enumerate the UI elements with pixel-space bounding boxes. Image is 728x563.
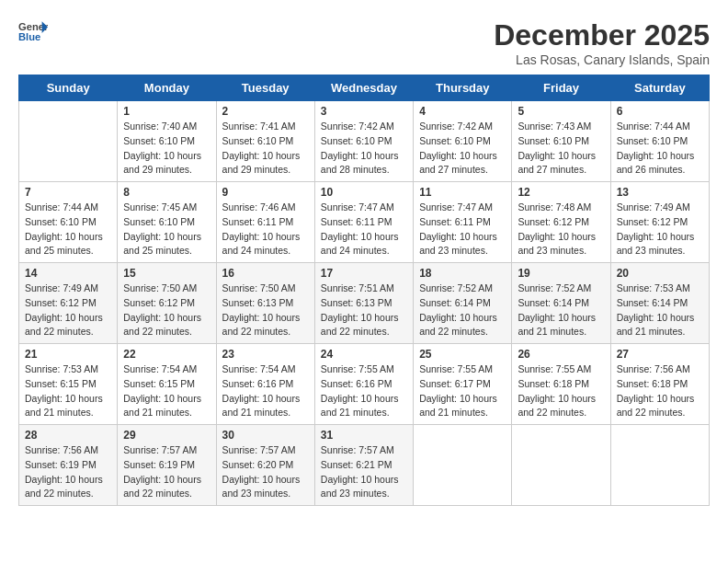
day-info: Sunrise: 7:51 AMSunset: 6:13 PMDaylight:… (321, 282, 407, 339)
day-info: Sunrise: 7:55 AMSunset: 6:17 PMDaylight:… (419, 362, 506, 420)
calendar-cell: 9Sunrise: 7:46 AMSunset: 6:11 PMDaylight… (216, 182, 314, 263)
calendar-cell: 22Sunrise: 7:54 AMSunset: 6:15 PMDayligh… (118, 344, 216, 425)
day-info: Sunrise: 7:56 AMSunset: 6:18 PMDaylight:… (617, 362, 703, 420)
day-info: Sunrise: 7:49 AMSunset: 6:12 PMDaylight:… (617, 201, 703, 259)
day-number: 2 (222, 105, 309, 118)
day-info: Sunrise: 7:52 AMSunset: 6:14 PMDaylight:… (518, 282, 604, 339)
day-number: 3 (321, 105, 407, 118)
svg-text:Blue: Blue (18, 31, 40, 42)
day-number: 23 (222, 348, 309, 361)
calendar-cell: 10Sunrise: 7:47 AMSunset: 6:11 PMDayligh… (314, 182, 413, 263)
calendar-cell: 24Sunrise: 7:55 AMSunset: 6:16 PMDayligh… (314, 344, 413, 425)
calendar-cell: 23Sunrise: 7:54 AMSunset: 6:16 PMDayligh… (216, 344, 314, 425)
calendar-cell: 13Sunrise: 7:49 AMSunset: 6:12 PMDayligh… (610, 182, 709, 263)
day-number: 19 (518, 267, 604, 280)
day-info: Sunrise: 7:54 AMSunset: 6:16 PMDaylight:… (222, 362, 309, 420)
calendar-week-row: 21Sunrise: 7:53 AMSunset: 6:15 PMDayligh… (19, 344, 710, 425)
day-number: 29 (123, 429, 210, 442)
calendar-cell (512, 425, 610, 506)
day-number: 28 (25, 429, 111, 442)
day-info: Sunrise: 7:50 AMSunset: 6:13 PMDaylight:… (222, 282, 309, 339)
title-section: December 2025 Las Rosas, Canary Islands,… (494, 18, 710, 67)
day-number: 31 (321, 429, 407, 442)
calendar-cell (414, 425, 512, 506)
calendar-cell: 5Sunrise: 7:43 AMSunset: 6:10 PMDaylight… (512, 101, 610, 182)
calendar-cell: 8Sunrise: 7:45 AMSunset: 6:10 PMDaylight… (118, 182, 216, 263)
day-number: 4 (419, 105, 506, 118)
calendar-cell: 26Sunrise: 7:55 AMSunset: 6:18 PMDayligh… (512, 344, 610, 425)
weekday-header-row: SundayMondayTuesdayWednesdayThursdayFrid… (19, 75, 710, 101)
day-info: Sunrise: 7:44 AMSunset: 6:10 PMDaylight:… (25, 201, 111, 259)
logo-icon: General Blue (18, 18, 48, 44)
day-info: Sunrise: 7:46 AMSunset: 6:11 PMDaylight:… (222, 201, 309, 259)
weekday-header: Thursday (414, 75, 512, 101)
weekday-header: Tuesday (216, 75, 314, 101)
day-number: 12 (518, 186, 604, 199)
calendar-cell: 21Sunrise: 7:53 AMSunset: 6:15 PMDayligh… (19, 344, 118, 425)
weekday-header: Wednesday (314, 75, 413, 101)
day-number: 27 (617, 348, 703, 361)
day-info: Sunrise: 7:48 AMSunset: 6:12 PMDaylight:… (518, 201, 604, 259)
day-number: 16 (222, 267, 309, 280)
weekday-header: Friday (512, 75, 610, 101)
calendar-cell: 11Sunrise: 7:47 AMSunset: 6:11 PMDayligh… (414, 182, 512, 263)
calendar-cell: 19Sunrise: 7:52 AMSunset: 6:14 PMDayligh… (512, 263, 610, 344)
day-number: 25 (419, 348, 506, 361)
day-number: 6 (617, 105, 703, 118)
calendar-cell: 7Sunrise: 7:44 AMSunset: 6:10 PMDaylight… (19, 182, 118, 263)
calendar-cell: 29Sunrise: 7:57 AMSunset: 6:19 PMDayligh… (118, 425, 216, 506)
day-number: 17 (321, 267, 407, 280)
day-info: Sunrise: 7:47 AMSunset: 6:11 PMDaylight:… (419, 201, 506, 259)
day-info: Sunrise: 7:57 AMSunset: 6:20 PMDaylight:… (222, 443, 309, 501)
calendar-week-row: 7Sunrise: 7:44 AMSunset: 6:10 PMDaylight… (19, 182, 710, 263)
day-number: 14 (25, 267, 111, 280)
calendar-cell: 28Sunrise: 7:56 AMSunset: 6:19 PMDayligh… (19, 425, 118, 506)
day-number: 7 (25, 186, 111, 199)
calendar-cell: 25Sunrise: 7:55 AMSunset: 6:17 PMDayligh… (414, 344, 512, 425)
day-info: Sunrise: 7:49 AMSunset: 6:12 PMDaylight:… (25, 282, 111, 339)
day-info: Sunrise: 7:53 AMSunset: 6:15 PMDaylight:… (25, 362, 111, 420)
day-number: 10 (321, 186, 407, 199)
calendar-cell: 12Sunrise: 7:48 AMSunset: 6:12 PMDayligh… (512, 182, 610, 263)
day-number: 21 (25, 348, 111, 361)
day-info: Sunrise: 7:43 AMSunset: 6:10 PMDaylight:… (518, 120, 604, 178)
weekday-header: Monday (118, 75, 216, 101)
weekday-header: Sunday (19, 75, 118, 101)
calendar-cell: 16Sunrise: 7:50 AMSunset: 6:13 PMDayligh… (216, 263, 314, 344)
day-number: 1 (123, 105, 210, 118)
calendar-week-row: 14Sunrise: 7:49 AMSunset: 6:12 PMDayligh… (19, 263, 710, 344)
location-subtitle: Las Rosas, Canary Islands, Spain (494, 52, 710, 67)
header: General Blue December 2025 Las Rosas, Ca… (18, 18, 710, 67)
day-number: 5 (518, 105, 604, 118)
calendar-cell: 20Sunrise: 7:53 AMSunset: 6:14 PMDayligh… (610, 263, 709, 344)
calendar-cell: 30Sunrise: 7:57 AMSunset: 6:20 PMDayligh… (216, 425, 314, 506)
day-number: 30 (222, 429, 309, 442)
day-info: Sunrise: 7:41 AMSunset: 6:10 PMDaylight:… (222, 120, 309, 178)
calendar-cell: 1Sunrise: 7:40 AMSunset: 6:10 PMDaylight… (118, 101, 216, 182)
day-info: Sunrise: 7:45 AMSunset: 6:10 PMDaylight:… (123, 201, 210, 259)
calendar-cell: 6Sunrise: 7:44 AMSunset: 6:10 PMDaylight… (610, 101, 709, 182)
day-number: 15 (123, 267, 210, 280)
day-info: Sunrise: 7:57 AMSunset: 6:21 PMDaylight:… (321, 443, 407, 501)
day-number: 11 (419, 186, 506, 199)
day-info: Sunrise: 7:55 AMSunset: 6:16 PMDaylight:… (321, 362, 407, 420)
day-info: Sunrise: 7:55 AMSunset: 6:18 PMDaylight:… (518, 362, 604, 420)
day-info: Sunrise: 7:44 AMSunset: 6:10 PMDaylight:… (617, 120, 703, 178)
day-info: Sunrise: 7:47 AMSunset: 6:11 PMDaylight:… (321, 201, 407, 259)
calendar-cell: 2Sunrise: 7:41 AMSunset: 6:10 PMDaylight… (216, 101, 314, 182)
calendar-cell (19, 101, 118, 182)
day-info: Sunrise: 7:57 AMSunset: 6:19 PMDaylight:… (123, 443, 210, 501)
day-info: Sunrise: 7:50 AMSunset: 6:12 PMDaylight:… (123, 282, 210, 339)
day-number: 26 (518, 348, 604, 361)
calendar-cell: 31Sunrise: 7:57 AMSunset: 6:21 PMDayligh… (314, 425, 413, 506)
day-number: 20 (617, 267, 703, 280)
calendar-cell: 18Sunrise: 7:52 AMSunset: 6:14 PMDayligh… (414, 263, 512, 344)
day-info: Sunrise: 7:53 AMSunset: 6:14 PMDaylight:… (617, 282, 703, 339)
day-number: 22 (123, 348, 210, 361)
day-info: Sunrise: 7:42 AMSunset: 6:10 PMDaylight:… (419, 120, 506, 178)
calendar-cell: 3Sunrise: 7:42 AMSunset: 6:10 PMDaylight… (314, 101, 413, 182)
day-number: 8 (123, 186, 210, 199)
day-info: Sunrise: 7:54 AMSunset: 6:15 PMDaylight:… (123, 362, 210, 420)
day-number: 9 (222, 186, 309, 199)
calendar-cell: 17Sunrise: 7:51 AMSunset: 6:13 PMDayligh… (314, 263, 413, 344)
